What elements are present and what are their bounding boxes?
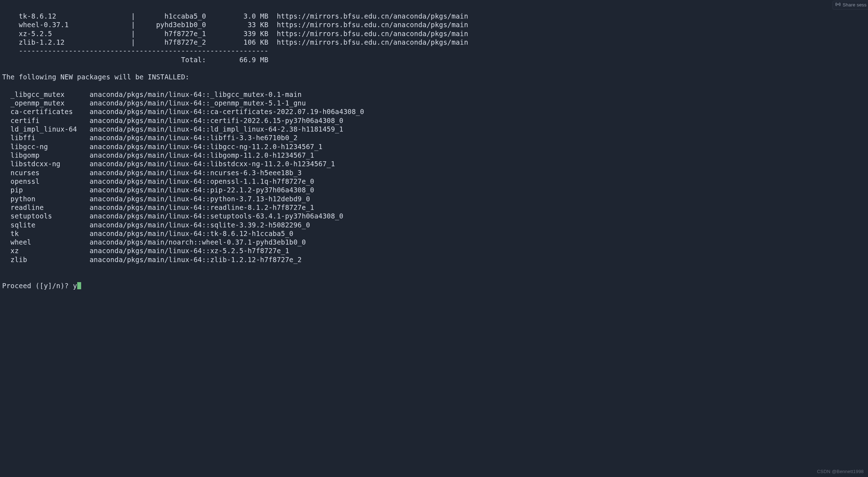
proceed-answer[interactable]: y <box>73 282 77 290</box>
terminal-cursor <box>77 282 81 289</box>
broadcast-icon <box>835 2 840 9</box>
proceed-prompt[interactable]: Proceed ([y]/n)? <box>2 282 73 290</box>
share-session-label: Share sess <box>843 2 867 8</box>
terminal-output[interactable]: tk-8.6.12 | h1ccaba5_0 3.0 MB https://mi… <box>0 7 868 292</box>
share-session-button[interactable]: Share sess <box>832 1 868 10</box>
watermark-text: CSDN @Bennett1998 <box>817 469 864 475</box>
svg-point-0 <box>838 4 838 5</box>
